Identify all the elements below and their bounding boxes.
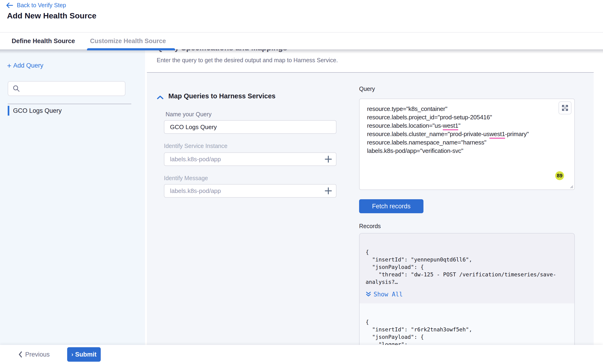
show-all-label: Show All [373, 291, 403, 298]
name-your-query-label: Name your Query [166, 111, 211, 118]
double-chevron-down-icon [366, 291, 371, 297]
records-card: { "insertId": "yennepun0qtd6ll6", "jsonP… [359, 233, 575, 345]
sidebar-item-gco-logs-query[interactable]: GCO Logs Query [8, 105, 138, 116]
section-title: Query Specifications and Mappings [157, 49, 287, 52]
add-health-source-page: Back to Verify Step Add New Health Sourc… [0, 0, 603, 364]
service-instance-value: labels.k8s-pod/app [170, 156, 221, 163]
query-sidebar: + Add Query GCO Logs Query [0, 49, 145, 345]
message-value: labels.k8s-pod/app [170, 187, 221, 194]
page-title: Add New Health Source [7, 11, 96, 20]
query-search-input[interactable] [8, 81, 126, 96]
record-item: { "insertId": "yennepun0qtd6ll6", "jsonP… [359, 234, 574, 303]
fetch-records-button[interactable]: Fetch records [359, 199, 423, 213]
main-area: Query Specifications and Mappings Enter … [145, 49, 603, 345]
add-service-instance-plus-icon[interactable] [324, 155, 332, 163]
service-instance-input[interactable]: labels.k8s-pod/app [164, 152, 336, 166]
query-textarea[interactable]: resource.type="k8s_container"resource.la… [359, 99, 575, 190]
content-area: + Add Query GCO Logs Query Query Specifi… [0, 49, 603, 345]
previous-label: Previous [25, 351, 50, 358]
add-query-label: Add Query [13, 62, 43, 69]
section-subtitle: Enter the query to get the desired outpu… [157, 57, 338, 64]
submit-button[interactable]: › Submit [67, 347, 101, 362]
footer-bar: Previous › Submit [0, 345, 603, 364]
chevron-up-icon[interactable] [157, 95, 164, 100]
query-label: Query [359, 86, 375, 92]
add-query-button[interactable]: + Add Query [7, 62, 43, 69]
records-label: Records [359, 223, 381, 229]
query-text: resource.type="k8s_container"resource.la… [359, 99, 574, 160]
back-to-verify-step-link[interactable]: Back to Verify Step [6, 2, 66, 9]
plus-icon: + [7, 62, 12, 69]
tab-customize-health-source[interactable]: Customize Health Source [90, 33, 166, 49]
query-mapping-panel: Map Queries to Harness Services Name you… [147, 72, 594, 345]
char-count-badge: 89 [555, 171, 564, 180]
message-input[interactable]: labels.k8s-pod/app [164, 184, 336, 198]
identify-service-instance-label: Identify Service Instance [164, 143, 227, 149]
identify-message-label: Identify Message [164, 175, 208, 182]
query-name-input[interactable]: GCO Logs Query [164, 120, 336, 134]
show-all-link[interactable]: Show All [366, 291, 403, 298]
previous-button[interactable]: Previous [18, 348, 50, 361]
selected-indicator [8, 106, 9, 116]
chevron-right-icon: › [71, 351, 73, 358]
record-json: { "insertId": "yennepun0qtd6ll6", "jsonP… [366, 248, 568, 286]
chevron-left-icon [18, 351, 22, 358]
back-link-label: Back to Verify Step [17, 2, 66, 9]
tab-bar: Define Health Source Customize Health So… [0, 33, 603, 49]
page-header: Back to Verify Step Add New Health Sourc… [0, 0, 603, 33]
active-tab-underline [87, 48, 175, 50]
submit-label: Submit [75, 351, 96, 358]
record-item: { "insertId": "r6rk2tnah3owf5eh", "jsonP… [359, 303, 574, 345]
map-queries-title: Map Queries to Harness Services [168, 92, 275, 100]
query-item-label: GCO Logs Query [13, 107, 62, 114]
back-arrow-icon [6, 2, 13, 8]
sidebar-divider [8, 104, 131, 104]
search-icon [12, 85, 20, 92]
resize-handle-icon[interactable] [569, 184, 573, 189]
expand-query-button[interactable] [558, 101, 571, 114]
record-json: { "insertId": "r6rk2tnah3owf5eh", "jsonP… [366, 318, 568, 345]
add-message-plus-icon[interactable] [324, 187, 332, 195]
query-name-value: GCO Logs Query [170, 124, 217, 131]
tab-define-health-source[interactable]: Define Health Source [12, 33, 75, 49]
fullscreen-icon [562, 105, 568, 111]
